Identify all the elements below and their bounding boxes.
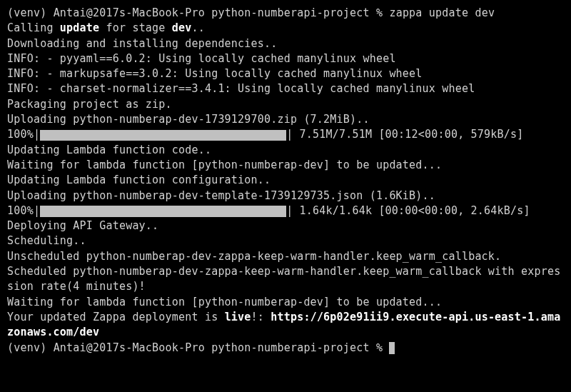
updating-lambda-conf: Updating Lambda function configuration.. — [7, 173, 564, 188]
info-markupsafe: INFO: - markupsafe==3.0.2: Using locally… — [7, 66, 564, 81]
prompt-sep: % — [376, 6, 383, 19]
waiting-lambda-2: Waiting for lambda function [python-numb… — [7, 295, 564, 310]
progress-bar-1: 100%|| 7.51M/7.51M [00:12<00:00, 579kB/s… — [7, 127, 564, 142]
command-text: zappa update dev — [389, 6, 495, 19]
scheduled-line: Scheduled python-numberap-dev-zappa-keep… — [7, 264, 564, 295]
venv-indicator: (venv) — [7, 341, 46, 354]
calling-line: Calling update for stage dev.. — [7, 21, 564, 36]
prompt-line-1[interactable]: (venv) Antai@2017s-MacBook-Pro python-nu… — [7, 6, 564, 21]
updating-lambda-code: Updating Lambda function code.. — [7, 143, 564, 158]
info-charset-normalizer: INFO: - charset-normalizer==3.4.1: Using… — [7, 81, 564, 96]
calling-suffix: .. — [192, 21, 205, 34]
cwd: python-numberapi-project — [211, 6, 370, 19]
deploying-line: Deploying API Gateway.. — [7, 218, 564, 233]
user-host: Antai@2017s-MacBook-Pro — [54, 6, 205, 19]
downloading-line: Downloading and installing dependencies.… — [7, 36, 564, 51]
calling-stage: dev — [172, 21, 192, 34]
waiting-lambda-1: Waiting for lambda function [python-numb… — [7, 158, 564, 173]
calling-update: update — [60, 21, 99, 34]
prompt-line-2[interactable]: (venv) Antai@2017s-MacBook-Pro python-nu… — [7, 341, 564, 356]
venv-indicator: (venv) — [7, 6, 46, 19]
calling-prefix: Calling — [7, 21, 60, 34]
progress2-pct: 100%| — [7, 204, 40, 217]
scheduling-line: Scheduling.. — [7, 233, 564, 248]
prompt-sep: % — [376, 341, 383, 354]
info-pyyaml: INFO: - pyyaml==6.0.2: Using locally cac… — [7, 51, 564, 66]
calling-mid: for stage — [99, 21, 172, 34]
unscheduled-line: Unscheduled python-numberap-dev-zappa-ke… — [7, 249, 564, 264]
packaging-line: Packaging project as zip. — [7, 97, 564, 112]
cursor — [389, 342, 395, 354]
progress1-pct: 100%| — [7, 128, 40, 141]
uploading-template-line: Uploading python-numberap-dev-template-1… — [7, 189, 564, 203]
progress1-stats: | 7.51M/7.51M [00:12<00:00, 579kB/s] — [286, 128, 523, 141]
final-exclaim: !: — [251, 311, 271, 323]
final-line: Your updated Zappa deployment is live!: … — [7, 310, 564, 341]
progress1-bar — [40, 130, 286, 141]
progress2-stats: | 1.64k/1.64k [00:00<00:00, 2.64kB/s] — [286, 204, 530, 217]
progress-bar-2: 100%|| 1.64k/1.64k [00:00<00:00, 2.64kB/… — [7, 203, 564, 218]
uploading-zip-line: Uploading python-numberap-dev-1739129700… — [7, 112, 564, 127]
user-host: Antai@2017s-MacBook-Pro — [54, 341, 205, 354]
cwd: python-numberapi-project — [211, 341, 370, 354]
final-live: live — [225, 311, 251, 323]
progress2-bar — [40, 206, 286, 217]
final-prefix: Your updated Zappa deployment is — [7, 311, 225, 323]
